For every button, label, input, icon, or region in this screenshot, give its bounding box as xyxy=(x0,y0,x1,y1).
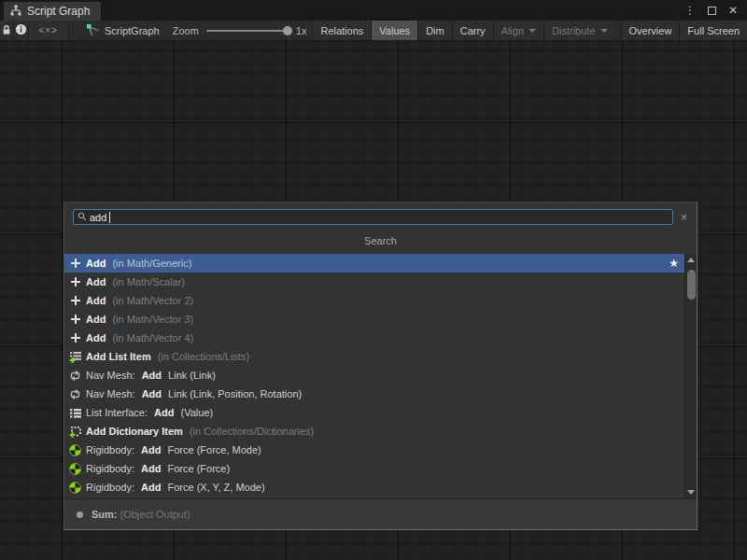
toolbar-button-values[interactable]: Values xyxy=(371,21,417,40)
result-prefix: Rigidbody: xyxy=(86,444,137,455)
result-row[interactable]: Add(in Math/Generic)★ xyxy=(64,254,684,273)
toolbar-button-label: Full Screen xyxy=(687,25,740,36)
graph-hierarchy-icon xyxy=(10,5,21,19)
code-view-button[interactable]: <×> xyxy=(29,21,69,40)
result-match: Add List Item xyxy=(86,351,151,362)
result-row[interactable]: Add(in Math/Scalar) xyxy=(64,273,684,291)
result-match: Add xyxy=(86,314,106,325)
toolbar-button-overview[interactable]: Overview xyxy=(621,21,680,40)
zoom-slider-handle[interactable] xyxy=(283,26,292,35)
result-row[interactable]: Add List Item(in Collections/Lists) xyxy=(64,347,684,366)
plus-icon xyxy=(68,332,82,343)
result-row[interactable]: Nav Mesh: Add Link (Link, Position, Rota… xyxy=(64,385,684,403)
result-row[interactable]: List Interface: Add (Value) xyxy=(64,403,684,422)
navmesh-icon xyxy=(68,388,82,400)
toolbar-button-full-screen[interactable]: Full Screen xyxy=(679,21,747,40)
toolbar-button-label: Distribute xyxy=(552,25,595,36)
result-category: (in Math/Vector 4) xyxy=(112,332,193,343)
result-row[interactable]: Nav Mesh: Add Link (Link) xyxy=(64,366,684,385)
result-match: Add Dictionary Item xyxy=(86,426,183,437)
result-category: (in Collections/Dictionaries) xyxy=(190,426,314,437)
result-suffix: Force (Force, Mode) xyxy=(164,444,261,455)
plus-icon xyxy=(68,314,82,325)
scrollbar-thumb[interactable] xyxy=(687,270,696,300)
result-category: (in Math/Scalar) xyxy=(112,276,185,287)
plus-icon xyxy=(68,295,82,306)
selection-preview-footer: Sum:(Object Output) xyxy=(64,498,697,529)
output-port-icon xyxy=(77,511,83,518)
toolbar-button-align: Align xyxy=(493,21,543,40)
result-prefix: List Interface: xyxy=(86,407,150,418)
graph-toolbar: <×> ScriptGraph Zoom 1x RelationsValuesD… xyxy=(0,21,747,41)
scroll-up-icon[interactable] xyxy=(685,254,698,266)
close-icon[interactable]: ✕ xyxy=(728,5,738,16)
lock-button[interactable] xyxy=(0,21,14,40)
result-suffix: Link (Link, Position, Rotation) xyxy=(165,388,302,399)
result-row[interactable]: Rigidbody: Add Force (Force, Mode) xyxy=(64,441,684,459)
toolbar-button-label: Align xyxy=(501,25,524,36)
fuzzy-finder-popup: add × Search Add(in Math/Generic)★Add(in… xyxy=(63,202,698,530)
toolbar-button-dim[interactable]: Dim xyxy=(417,21,452,40)
zoom-label: Zoom xyxy=(173,25,199,36)
list-icon xyxy=(68,407,82,419)
scroll-down-icon[interactable] xyxy=(685,486,698,498)
favorite-star-icon[interactable]: ★ xyxy=(669,257,679,270)
result-match: Add xyxy=(154,407,174,418)
result-row[interactable]: Add(in Math/Vector 4) xyxy=(64,329,684,347)
result-prefix: Rigidbody: xyxy=(86,463,137,474)
navmesh-icon xyxy=(68,370,82,382)
list-add-icon xyxy=(68,351,82,363)
text-caret xyxy=(109,212,110,223)
result-row[interactable]: Rigidbody: Add Force (X, Y, Z, Mode) xyxy=(64,478,684,497)
info-button[interactable] xyxy=(14,21,28,40)
result-category: (in Math/Generic) xyxy=(112,258,191,269)
maximize-icon[interactable] xyxy=(708,7,716,15)
result-match: Add xyxy=(141,482,161,493)
toolbar-button-carry[interactable]: Carry xyxy=(452,21,493,40)
result-category: (in Collections/Lists) xyxy=(158,351,249,362)
result-suffix: (Value) xyxy=(177,407,213,418)
toolbar-button-relations[interactable]: Relations xyxy=(312,21,371,40)
footer-label: Sum: xyxy=(92,509,118,520)
results-area: Add(in Math/Generic)★Add(in Math/Scalar)… xyxy=(64,254,697,498)
window-controls: ⋮ ✕ xyxy=(684,0,747,21)
search-input[interactable]: add xyxy=(73,209,673,225)
result-category: (in Math/Vector 2) xyxy=(112,295,193,306)
toolbar-button-label: Values xyxy=(379,25,410,36)
result-match: Add xyxy=(86,276,106,287)
search-icon xyxy=(78,212,87,223)
search-query-text: add xyxy=(90,212,106,223)
dict-add-icon xyxy=(68,426,82,438)
toolbar-button-label: Overview xyxy=(629,25,672,36)
kebab-menu-icon[interactable]: ⋮ xyxy=(684,5,696,16)
zoom-control: Zoom 1x xyxy=(167,21,313,40)
result-match: Add xyxy=(142,388,162,399)
toolbar-button-label: Relations xyxy=(320,25,363,36)
result-prefix: Nav Mesh: xyxy=(86,388,138,399)
lock-icon xyxy=(1,24,12,37)
zoom-slider[interactable] xyxy=(206,30,289,32)
result-row[interactable]: Add(in Math/Vector 2) xyxy=(64,291,684,310)
code-icon: <×> xyxy=(38,25,58,35)
tab-label: Script Graph xyxy=(27,5,90,18)
search-row: add × xyxy=(64,203,697,231)
tab-script-graph[interactable]: Script Graph xyxy=(4,2,101,21)
tab-bar: Script Graph ⋮ ✕ xyxy=(0,0,747,21)
zoom-value: 1x xyxy=(296,25,307,36)
info-icon xyxy=(15,23,27,37)
results-list: Add(in Math/Generic)★Add(in Math/Scalar)… xyxy=(64,254,684,498)
result-category: (in Math/Vector 3) xyxy=(112,314,193,325)
script-graph-icon xyxy=(86,23,99,38)
clear-search-icon[interactable]: × xyxy=(673,212,691,223)
result-suffix: Force (X, Y, Z, Mode) xyxy=(164,482,264,493)
result-match: Add xyxy=(86,295,106,306)
toolbar-button-group: RelationsValuesDimCarryAlignDistributeOv… xyxy=(312,21,747,40)
result-match: Add xyxy=(141,463,161,474)
result-row[interactable]: Add Dictionary Item(in Collections/Dicti… xyxy=(64,422,684,441)
result-row[interactable]: Add(in Math/Vector 3) xyxy=(64,310,684,329)
plus-icon xyxy=(68,276,82,287)
scrollbar[interactable] xyxy=(684,254,697,498)
rigidbody-icon xyxy=(68,444,82,456)
result-row[interactable]: Rigidbody: Add Force (Force) xyxy=(64,459,684,478)
result-prefix: Rigidbody: xyxy=(86,482,137,493)
